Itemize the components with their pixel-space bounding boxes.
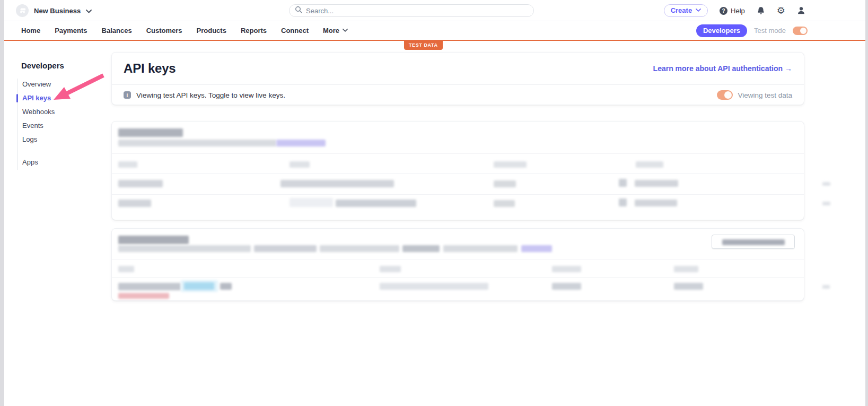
right-screen-edge: [865, 0, 868, 406]
api-keys-card-1: [111, 121, 804, 220]
redacted-column-header: [552, 266, 581, 272]
search-input[interactable]: [306, 7, 528, 15]
redacted-cell: [635, 200, 677, 206]
redacted-key-name: [118, 180, 163, 187]
nav-item-reports[interactable]: Reports: [241, 27, 267, 34]
sidebar-item-overview[interactable]: Overview: [22, 80, 51, 88]
sidebar-rail: [17, 79, 17, 170]
info-banner-text: Viewing test API keys. Toggle to view li…: [136, 91, 285, 99]
nav-item-balances[interactable]: Balances: [102, 27, 132, 34]
learn-more-link[interactable]: Learn more about API authentication →: [653, 64, 792, 73]
page-title: API keys: [124, 61, 176, 76]
account-name: New Business: [34, 7, 81, 15]
redacted-description: [443, 245, 518, 252]
api-keys-card-2: [111, 228, 804, 301]
redacted-status-badge: [184, 282, 214, 290]
toggle-knob: [724, 91, 732, 99]
redacted-cell: [552, 283, 581, 290]
divider: [112, 260, 804, 260]
redacted-column-header: [380, 266, 401, 272]
redacted-avatar-icon: [619, 198, 627, 206]
sidebar-item-apps[interactable]: Apps: [22, 158, 38, 166]
redacted-button-label: [722, 239, 785, 245]
sidebar-item-logs[interactable]: Logs: [22, 135, 37, 143]
nav-item-customers[interactable]: Customers: [146, 27, 182, 34]
person-icon[interactable]: [797, 6, 805, 15]
nav-item-home[interactable]: Home: [21, 27, 40, 34]
chevron-down-icon: [696, 8, 701, 12]
chevron-down-icon: [86, 6, 92, 15]
redacted-column-header: [674, 266, 698, 272]
account-switcher[interactable]: New Business: [16, 0, 92, 21]
redacted-token: [280, 180, 394, 187]
toggle-knob: [800, 28, 806, 34]
developers-sidebar: Developers Overview API keys Webhooks Ev…: [0, 41, 106, 253]
redacted-cell: [494, 200, 515, 207]
redacted-description-bold: [402, 245, 440, 252]
viewing-test-data-label: Viewing test data: [738, 91, 792, 99]
sidebar-item-api-keys[interactable]: API keys: [22, 94, 51, 102]
left-screen-edge: [0, 0, 4, 406]
divider: [112, 173, 804, 174]
nav-item-more[interactable]: More: [323, 27, 348, 34]
redacted-card-title: [118, 236, 189, 244]
page-header-card: API keys Learn more about API authentica…: [111, 52, 804, 105]
redacted-column-header: [290, 161, 310, 168]
divider: [112, 277, 804, 278]
bell-icon[interactable]: [757, 6, 765, 15]
row-overflow-menu[interactable]: [822, 285, 830, 289]
nav-item-products[interactable]: Products: [197, 27, 226, 34]
test-mode-label: Test mode: [754, 27, 786, 34]
divider: [112, 153, 804, 154]
redacted-description: [320, 245, 399, 252]
redacted-card-title: [118, 128, 183, 137]
row-overflow-menu[interactable]: [822, 182, 830, 186]
active-item-indicator: [16, 94, 18, 102]
sidebar-item-webhooks[interactable]: Webhooks: [22, 108, 55, 116]
sidebar-item-events[interactable]: Events: [22, 122, 43, 129]
question-icon: ?: [720, 7, 727, 15]
primary-nav: Home Payments Balances Customers Product…: [0, 21, 868, 41]
redacted-token: [336, 200, 416, 207]
viewing-test-data-toggle[interactable]: [717, 90, 733, 100]
info-icon: i: [124, 91, 131, 99]
redacted-column-header: [118, 266, 134, 272]
redacted-column-header: [118, 161, 137, 168]
sidebar-title: Developers: [21, 61, 64, 70]
redacted-description: [254, 245, 317, 252]
gear-icon[interactable]: ⚙: [777, 6, 785, 15]
redacted-token: [380, 283, 488, 290]
search-bar[interactable]: [289, 4, 534, 17]
annotation-arrow: [50, 68, 109, 105]
chevron-down-icon: [343, 29, 348, 32]
redacted-column-header: [494, 161, 527, 168]
redacted-cell: [494, 180, 516, 187]
top-bar: New Business Create ? Help ⚙: [0, 0, 868, 21]
test-data-badge: TEST DATA: [404, 41, 443, 50]
developers-button[interactable]: Developers: [696, 24, 747, 37]
redacted-cell: [635, 180, 678, 187]
row-overflow-menu[interactable]: [822, 202, 830, 205]
redacted-action-button[interactable]: [712, 235, 795, 249]
redacted-cell: [220, 283, 232, 290]
divider: [112, 194, 804, 195]
redacted-key-name: [118, 283, 181, 290]
nav-item-connect[interactable]: Connect: [281, 27, 309, 34]
redacted-avatar-icon: [619, 179, 627, 187]
redacted-error-text: [118, 293, 169, 299]
redacted-description: [118, 245, 251, 252]
nav-item-payments[interactable]: Payments: [55, 27, 87, 34]
redacted-column-header: [636, 161, 663, 168]
help-button[interactable]: ? Help: [720, 7, 745, 15]
redacted-description: [118, 140, 276, 146]
redacted-cell: [674, 283, 703, 290]
redacted-token-pill: [290, 198, 333, 207]
redacted-link[interactable]: [276, 140, 326, 146]
search-icon: [295, 6, 302, 15]
redacted-key-name: [118, 200, 151, 207]
redacted-link[interactable]: [521, 245, 552, 252]
storefront-icon: [16, 4, 29, 17]
test-mode-toggle[interactable]: [793, 27, 808, 35]
create-button[interactable]: Create: [664, 4, 708, 17]
